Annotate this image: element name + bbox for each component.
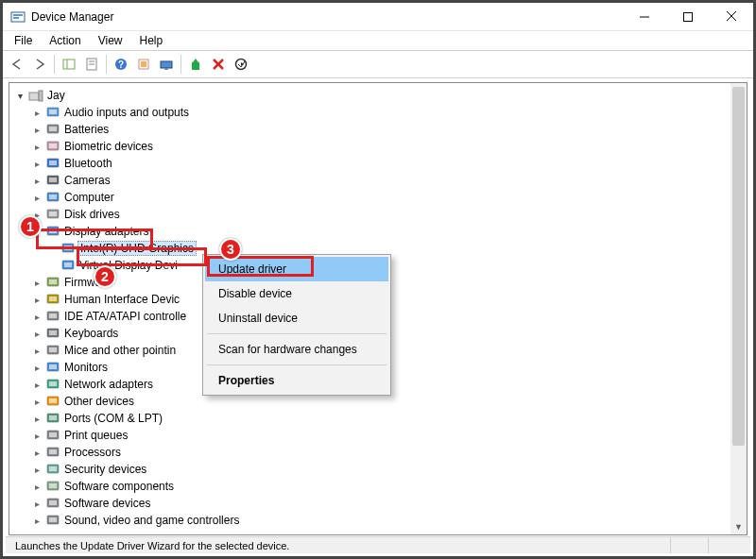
svg-rect-34 <box>49 178 57 182</box>
tree-category-label: Human Interface Devic <box>62 293 181 306</box>
update-driver-button[interactable] <box>185 54 206 75</box>
device-category-icon <box>45 411 60 426</box>
chevron-right-icon[interactable]: ▸ <box>30 125 43 135</box>
tree-root[interactable]: ▾Jay <box>13 87 747 104</box>
help-button[interactable]: ? <box>111 54 131 75</box>
tree-category[interactable]: ▸Software devices <box>13 495 747 512</box>
disable-button[interactable] <box>231 54 251 75</box>
menu-help[interactable]: Help <box>132 32 171 49</box>
back-button[interactable] <box>7 54 27 75</box>
device-category-icon <box>45 224 60 239</box>
svg-rect-24 <box>39 91 43 101</box>
tree-category[interactable]: ▸Software components <box>13 478 747 495</box>
tree-category[interactable]: ▸Computer <box>13 189 747 206</box>
context-menu: Update driverDisable deviceUninstall dev… <box>202 254 391 396</box>
chevron-right-icon[interactable]: ▸ <box>30 363 43 373</box>
computer-icon <box>28 88 43 103</box>
svg-rect-68 <box>49 466 57 471</box>
tree-category-label: Print queues <box>62 429 129 442</box>
chevron-right-icon[interactable]: ▸ <box>30 159 43 169</box>
chevron-right-icon[interactable]: ▸ <box>30 193 43 203</box>
chevron-right-icon[interactable]: ▸ <box>30 142 43 152</box>
tree-category-label: Security devices <box>62 463 148 476</box>
chevron-down-icon[interactable]: ▾ <box>13 91 26 101</box>
tree-category-label: Other devices <box>62 395 136 408</box>
menu-view[interactable]: View <box>91 32 130 49</box>
chevron-right-icon[interactable]: ▸ <box>30 397 43 407</box>
action-button[interactable] <box>133 54 154 75</box>
tree-category[interactable]: ▸Ports (COM & LPT) <box>13 410 747 427</box>
chevron-right-icon[interactable]: ▸ <box>30 176 43 186</box>
tree-category[interactable]: ▸Processors <box>13 444 747 461</box>
svg-rect-74 <box>49 517 57 522</box>
uninstall-button[interactable] <box>208 54 229 75</box>
svg-rect-54 <box>49 347 57 352</box>
svg-rect-38 <box>49 212 57 216</box>
device-icon <box>60 241 76 256</box>
tree-category[interactable]: ▸Cameras <box>13 172 747 189</box>
tree-category-label: Keyboards <box>62 327 120 340</box>
svg-rect-50 <box>49 313 57 318</box>
svg-rect-46 <box>49 280 57 284</box>
chevron-right-icon[interactable]: ▸ <box>30 414 43 424</box>
chevron-right-icon[interactable]: ▸ <box>30 108 43 118</box>
scroll-down-icon[interactable]: ▼ <box>730 518 747 534</box>
device-category-icon <box>45 326 60 341</box>
chevron-right-icon[interactable]: ▸ <box>30 482 43 492</box>
maximize-button[interactable] <box>666 3 710 31</box>
chevron-right-icon[interactable]: ▸ <box>30 380 43 390</box>
context-menu-item[interactable]: Uninstall device <box>205 306 388 330</box>
tree-category[interactable]: ▸Biometric devices <box>13 138 747 155</box>
properties-button[interactable] <box>81 54 102 75</box>
device-category-icon <box>45 513 60 528</box>
svg-rect-44 <box>64 263 72 267</box>
tree-category[interactable]: ▸Bluetooth <box>13 155 747 172</box>
svg-rect-62 <box>49 415 57 420</box>
menu-action[interactable]: Action <box>42 32 88 49</box>
scan-hardware-button[interactable] <box>156 54 177 75</box>
context-menu-item[interactable]: Disable device <box>205 281 388 306</box>
chevron-right-icon[interactable]: ▸ <box>30 295 43 305</box>
tree-category-label: Network adapters <box>62 378 155 391</box>
context-menu-item[interactable]: Properties <box>205 368 388 393</box>
device-category-icon <box>45 445 60 460</box>
device-category-icon <box>45 360 60 375</box>
chevron-right-icon[interactable]: ▸ <box>30 448 43 458</box>
scrollbar-vertical[interactable]: ▲ ▼ <box>730 83 747 534</box>
chevron-right-icon[interactable]: ▸ <box>30 516 43 526</box>
chevron-right-icon[interactable]: ▸ <box>30 329 43 339</box>
context-menu-item[interactable]: Update driver <box>205 257 388 281</box>
svg-text:?: ? <box>118 59 124 70</box>
minimize-button[interactable] <box>623 3 666 31</box>
tree-root-label: Jay <box>45 89 67 102</box>
context-menu-item[interactable]: Scan for hardware changes <box>205 337 388 362</box>
chevron-down-icon[interactable]: ▾ <box>30 227 43 237</box>
tree-category[interactable]: ▸Sound, video and game controllers <box>13 512 747 529</box>
tree-category[interactable]: ▾Display adapters <box>13 223 747 240</box>
chevron-right-icon[interactable]: ▸ <box>30 465 43 475</box>
chevron-right-icon[interactable]: ▸ <box>30 346 43 356</box>
menu-file[interactable]: File <box>7 32 40 49</box>
chevron-right-icon[interactable]: ▸ <box>30 312 43 322</box>
tree-category-label: Ports (COM & LPT) <box>62 412 164 425</box>
device-category-icon <box>45 207 60 222</box>
tree-category[interactable]: ▸Audio inputs and outputs <box>13 104 747 121</box>
svg-rect-48 <box>49 296 57 301</box>
tree-category[interactable]: ▸Disk drives <box>13 206 747 223</box>
chevron-right-icon[interactable]: ▸ <box>30 499 43 509</box>
scroll-thumb[interactable] <box>732 87 745 446</box>
toolbar-separator <box>106 55 107 74</box>
svg-rect-7 <box>63 59 75 69</box>
svg-rect-70 <box>49 483 57 488</box>
tree-category[interactable]: ▸Security devices <box>13 461 747 478</box>
window-title: Device Manager <box>31 10 623 24</box>
chevron-right-icon[interactable]: ▸ <box>30 278 43 288</box>
tree-category[interactable]: ▸Print queues <box>13 427 747 444</box>
chevron-right-icon[interactable]: ▸ <box>30 431 43 441</box>
forward-button[interactable] <box>29 54 50 75</box>
close-button[interactable] <box>710 3 753 31</box>
show-hide-tree-button[interactable] <box>59 54 79 75</box>
tree-category[interactable]: ▸Batteries <box>13 121 747 138</box>
chevron-right-icon[interactable]: ▸ <box>30 210 43 220</box>
status-bar: Launches the Update Driver Wizard for th… <box>6 536 750 553</box>
